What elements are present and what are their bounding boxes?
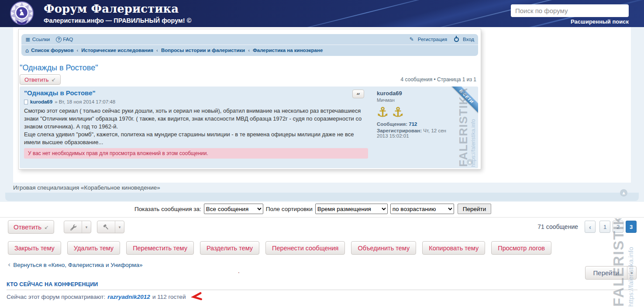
reply-button-bottom[interactable]: Ответить ↙ [8,220,54,234]
who-is-online-heading: КТО СЕЙЧАС НА КОНФЕРЕНЦИИ [7,281,98,287]
breadcrumb-item[interactable]: Исторические исследования [81,48,153,53]
wrench-icon [64,221,82,233]
posts-count-link[interactable]: 712 [409,121,417,127]
forum-page: Форум Фалеристика Фалеристика.инфо — ПРА… [0,0,644,308]
back-to-top-button[interactable]: ▲ [620,189,627,197]
up-arrow-icon: ▲ [622,191,625,195]
post-date: » Вт, 18 ноя 2014 17:07:48 [55,99,115,104]
pagination-page-button[interactable]: 2 [613,221,623,233]
advanced-search-link[interactable]: Расширенный поиск [571,18,629,25]
profile-posts-line: Сообщения: 712 [377,121,456,127]
breadcrumb-separator: ‹ [248,48,250,53]
moderator-actions: Закрыть тему Удалить тему Переместить те… [8,241,551,255]
pagination-page-button[interactable]: 1 [599,221,610,233]
topic-title: "Однажды в Ростове" [20,63,98,73]
move-topic-button[interactable]: Переместить тему [126,241,194,255]
posts-label: Сообщения: [377,121,407,127]
reply-button-label: Ответить [14,223,41,231]
anchor-icon: ⚓ [392,104,407,120]
reply-button[interactable]: Ответить ↙ [20,74,61,85]
watermark-text: FALERISTIKA.INFO [457,87,470,167]
nav-login[interactable]: Вход [463,37,474,42]
sort-field-label: Поле сортировки [266,206,313,212]
search-input[interactable] [511,4,629,17]
reply-arrow-icon: ↙ [52,76,56,83]
pagination-prev-button[interactable]: ‹ [585,221,596,233]
joined-label: Зарегистрирован: [377,128,422,133]
topic-pagination-info: 4 сообщения • Страница 1 из 1 [401,76,476,83]
display-posts-label: Показать сообщения за: [134,206,201,212]
merge-topic-button[interactable]: Объединить тему [351,241,416,255]
topic-frame: ≡ Ссылки ? FAQ ✎ Регистрация Вход ⌂ Спис… [18,29,481,170]
menu-icon: ≡ [25,36,31,43]
breadcrumb-item[interactable]: Список форумов [31,48,73,53]
post-author-link[interactable]: kuroda69 [30,99,52,104]
viewer-username-link[interactable]: razryadnik2012 [107,294,150,300]
page-bottom-band [5,193,639,201]
navbar-links-row: ≡ Ссылки ? FAQ ✎ Регистрация Вход [21,34,478,45]
register-icon: ✎ [410,36,414,42]
sort-go-button[interactable]: Перейти [458,204,492,214]
moderator-tools-button[interactable]: ▾ [97,221,124,233]
watermark-url: https://faleristika.info [470,87,476,167]
close-topic-button[interactable]: Закрыть тему [8,241,61,255]
signature-line: Игровая специализация «Корабельное кинов… [13,184,160,191]
section-divider [0,217,644,218]
return-to-forum-link[interactable]: Вернуться в «Кино, Фалеристика и Униформ… [13,262,142,268]
toolbar-right: 71 сообщение ‹ 1 2 3 [537,220,637,233]
reply-button-label: Ответить [24,76,49,83]
reply-arrow-icon: ↙ [44,224,48,230]
chevron-down-icon[interactable]: ▾ [82,221,91,233]
post-page-icon [24,100,28,104]
site-header: Форум Фалеристика Фалеристика.инфо — ПРА… [0,0,644,27]
stray-dot: . [238,267,240,274]
chevron-down-icon[interactable]: ▾ [627,266,636,279]
post-body: Смотрю этот сериал ( только сейчас руки … [24,107,369,146]
forum-logo[interactable] [10,1,34,26]
red-annotation-arrow [190,292,203,302]
display-posts-select[interactable]: Все сообщения [204,204,263,214]
move-posts-button[interactable]: Перенести сообщения [265,241,345,255]
post-author-line: kuroda69 » Вт, 18 ноя 2014 17:07:48 [24,99,115,104]
header-streak [248,0,486,27]
post-profile: kuroda69 Мичман ⚓⚓ Сообщения: 712 Зареги… [377,90,456,138]
sort-controls: Показать сообщения за: Все сообщения Пол… [134,202,491,215]
attachment-warning: У вас нет необходимых прав для просмотра… [24,148,368,159]
jump-to-button[interactable]: Перейти ▾ [585,266,637,280]
breadcrumb-item[interactable]: Вопросы истории и фалеристики [161,48,245,53]
nav-links[interactable]: Ссылки [32,37,50,42]
view-logs-button[interactable]: Просмотр логов [491,241,551,255]
home-icon: ⌂ [25,47,29,54]
nav-register[interactable]: Регистрация [418,37,447,42]
split-topic-button[interactable]: Разделить тему [200,241,259,255]
breadcrumb: ⌂ Список форумов ‹ Исторические исследов… [21,45,478,55]
login-power-icon [454,37,459,42]
profile-username[interactable]: kuroda69 [377,90,402,97]
breadcrumb-item[interactable]: Фалеристика на киноэкране [253,48,323,53]
site-title: Форум Фалеристика [44,2,191,15]
copy-topic-button[interactable]: Копировать тему [422,241,485,255]
quote-icon: “ [356,94,360,97]
navbar-right: ✎ Регистрация Вход [402,36,474,42]
rank-insignia: ⚓⚓ [377,104,456,120]
pagination-page-button-active[interactable]: 3 [626,221,637,233]
delete-topic-button[interactable]: Удалить тему [67,241,120,255]
nav-faq[interactable]: FAQ [63,37,73,42]
sort-field-select[interactable]: Время размещения [315,204,388,214]
quote-button[interactable]: “ [352,90,364,98]
site-subtitle: Фалеристика.инфо — ПРАВИЛЬНЫЙ форум! © [44,17,191,24]
profile-joined-line: Зарегистрирован: Чт, 12 сен 2013 15:02:0… [377,128,456,138]
post-title[interactable]: "Однажды в Ростове" [24,89,96,97]
sort-direction-select[interactable]: по возрастанию [390,204,454,214]
anchor-icon: ⚓ [377,104,392,120]
topic-tools-button[interactable]: ▾ [64,221,91,233]
jump-to-label: Перейти [585,266,627,279]
viewers-line: Сейчас этот форум просматривают: razryad… [7,292,202,301]
heading-divider [7,290,637,290]
back-arrow-icon: ‹ [8,261,10,269]
post-top-button[interactable]: ▲ [467,159,473,165]
post: "Однажды в Ростове" “ kuroda69 » Вт, 18 … [20,87,478,168]
chevron-down-icon[interactable]: ▾ [115,221,124,233]
gavel-icon [97,221,115,233]
viewers-suffix: и 112 гостей [152,294,186,300]
